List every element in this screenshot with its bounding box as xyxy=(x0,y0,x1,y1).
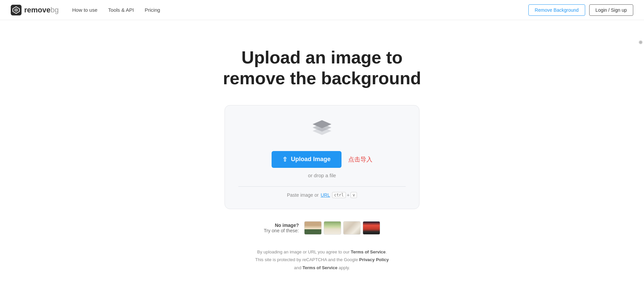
samples-label: No image? Try one of these: xyxy=(264,223,299,233)
try-text: Try one of these: xyxy=(264,228,299,233)
layers-icon xyxy=(310,119,334,139)
footer-line3-suffix: apply. xyxy=(337,265,350,270)
nav-how-to-use[interactable]: How to use xyxy=(72,7,97,13)
footer-line2-prefix: This site is protected by reCAPTCHA and … xyxy=(255,257,359,262)
nav-tools-api[interactable]: Tools & API xyxy=(108,7,134,13)
upload-icon-area xyxy=(310,119,334,140)
upload-arrow-icon: ⇧ xyxy=(282,156,287,163)
sample-thumb-person[interactable] xyxy=(304,221,322,235)
logo[interactable]: removebg xyxy=(11,5,59,15)
divider xyxy=(238,186,406,187)
url-link[interactable]: URL xyxy=(321,192,330,198)
terms-of-service-link-2[interactable]: Terms of Service xyxy=(303,265,337,270)
sample-thumb-cup[interactable] xyxy=(343,221,361,235)
nav-pricing[interactable]: Pricing xyxy=(145,7,160,13)
upload-actions: ⇧ Upload Image 点击导入 xyxy=(272,151,372,168)
footer-note: By uploading an image or URL you agree t… xyxy=(255,248,389,272)
header-left: removebg How to use Tools & API Pricing xyxy=(11,5,160,15)
paste-row: Paste image or URL ctrl + v xyxy=(287,192,357,198)
privacy-policy-link[interactable]: Privacy Policy xyxy=(359,257,389,262)
main-content: Upload an image to remove the background… xyxy=(0,20,644,272)
logo-icon xyxy=(11,5,22,15)
keyboard-shortcut: ctrl + v xyxy=(332,192,357,198)
samples-section: No image? Try one of these: xyxy=(264,221,380,235)
chinese-import-label: 点击导入 xyxy=(348,155,372,163)
ctrl-key: ctrl xyxy=(332,192,346,198)
main-nav: How to use Tools & API Pricing xyxy=(72,7,160,13)
footer-line1-prefix: By uploading an image or URL you agree t… xyxy=(257,249,351,254)
footer-line1-suffix: . xyxy=(386,249,387,254)
plus-sign: + xyxy=(347,192,350,198)
hero-title: Upload an image to remove the background xyxy=(223,47,421,89)
upload-card: ⇧ Upload Image 点击导入 or drop a file Paste… xyxy=(225,105,419,209)
footer-line3-prefix: and xyxy=(294,265,303,270)
login-signup-button[interactable]: Login / Sign up xyxy=(589,4,633,16)
logo-text: removebg xyxy=(24,6,59,14)
sample-thumb-car[interactable] xyxy=(363,221,380,235)
no-image-text: No image? xyxy=(264,223,299,228)
sample-thumbs xyxy=(304,221,380,235)
header-right: Remove Background Login / Sign up xyxy=(528,4,633,16)
upload-image-button[interactable]: ⇧ Upload Image xyxy=(272,151,341,168)
v-key: v xyxy=(351,192,357,198)
paste-text: Paste image or xyxy=(287,192,319,198)
terms-of-service-link-1[interactable]: Terms of Service xyxy=(351,249,386,254)
header: removebg How to use Tools & API Pricing … xyxy=(0,0,644,20)
drop-file-text: or drop a file xyxy=(308,173,336,178)
scroll-indicator xyxy=(639,40,643,44)
sample-thumb-dog[interactable] xyxy=(324,221,341,235)
remove-background-button[interactable]: Remove Background xyxy=(528,4,585,16)
